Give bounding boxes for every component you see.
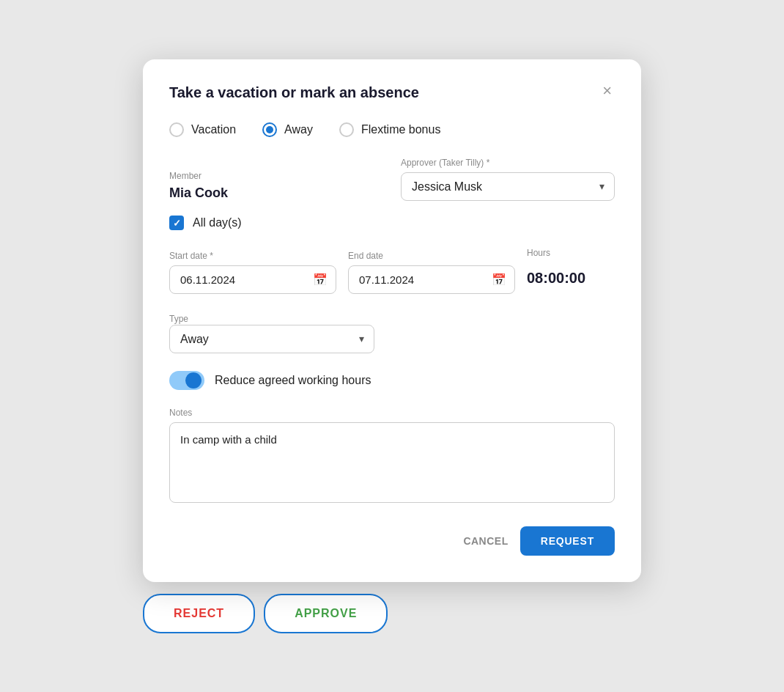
all-days-checkbox[interactable]: [169, 216, 184, 230]
radio-vacation-input[interactable]: [169, 122, 184, 137]
reject-button[interactable]: REJECT: [143, 594, 255, 633]
radio-flextime-input[interactable]: [339, 122, 354, 137]
modal-title: Take a vacation or mark an absence: [169, 83, 419, 102]
action-row: CANCEL REQUEST: [169, 526, 615, 556]
modal: Take a vacation or mark an absence × Vac…: [143, 59, 641, 582]
hours-group: Hours 08:00:00: [527, 248, 615, 294]
type-label: Type: [169, 314, 188, 324]
notes-label: Notes: [169, 408, 615, 418]
modal-header: Take a vacation or mark an absence ×: [169, 83, 615, 102]
radio-vacation-label: Vacation: [191, 123, 236, 136]
reduce-hours-toggle[interactable]: [169, 371, 204, 390]
notes-section: Notes In camp with a child: [169, 408, 615, 526]
member-approver-row: Member Mia Cook Approver (Taker Tilly) *…: [169, 158, 615, 201]
approver-label: Approver (Taker Tilly) *: [401, 158, 615, 168]
all-days-row: All day(s): [169, 216, 615, 230]
radio-away-input[interactable]: [262, 122, 277, 137]
start-date-group: Start date * 📅: [169, 251, 336, 294]
member-group: Member Mia Cook: [169, 171, 383, 201]
radio-flextime-label: Flextime bonus: [361, 123, 441, 136]
type-select[interactable]: Away Sick Personal: [169, 325, 374, 353]
cancel-button[interactable]: CANCEL: [463, 535, 508, 547]
member-label: Member: [169, 171, 383, 181]
toggle-row: Reduce agreed working hours: [169, 371, 615, 390]
end-date-group: End date 📅: [348, 251, 515, 294]
end-date-input[interactable]: [348, 265, 515, 294]
approver-select-wrapper: Jessica Musk Taker Tilly ▾: [401, 172, 615, 201]
radio-away-label: Away: [284, 123, 313, 136]
type-select-wrapper: Away Sick Personal ▾: [169, 325, 374, 353]
hours-value: 08:00:00: [527, 262, 615, 294]
hours-label: Hours: [527, 248, 615, 258]
approver-group: Approver (Taker Tilly) * Jessica Musk Ta…: [401, 158, 615, 201]
end-date-label: End date: [348, 251, 515, 261]
approve-button[interactable]: APPROVE: [264, 594, 388, 633]
radio-flextime[interactable]: Flextime bonus: [339, 122, 441, 137]
member-value: Mia Cook: [169, 185, 383, 201]
start-date-wrapper: 📅: [169, 265, 336, 294]
close-button[interactable]: ×: [599, 83, 615, 99]
all-days-label: All day(s): [193, 216, 242, 229]
bottom-buttons: REJECT APPROVE: [143, 594, 641, 633]
reduce-hours-label: Reduce agreed working hours: [215, 374, 371, 387]
request-button[interactable]: REQUEST: [520, 526, 615, 556]
radio-vacation[interactable]: Vacation: [169, 122, 236, 137]
radio-away[interactable]: Away: [262, 122, 313, 137]
start-date-label: Start date *: [169, 251, 336, 261]
start-date-input[interactable]: [169, 265, 336, 294]
modal-wrapper: Take a vacation or mark an absence × Vac…: [143, 59, 641, 633]
toggle-slider: [169, 371, 204, 390]
radio-group: Vacation Away Flextime bonus: [169, 122, 615, 137]
dates-row: Start date * 📅 End date 📅 Hours 08:00:00: [169, 248, 615, 294]
notes-textarea[interactable]: In camp with a child: [169, 422, 615, 503]
approver-select[interactable]: Jessica Musk Taker Tilly: [401, 172, 615, 201]
type-row: Type Away Sick Personal ▾: [169, 312, 615, 353]
end-date-wrapper: 📅: [348, 265, 515, 294]
